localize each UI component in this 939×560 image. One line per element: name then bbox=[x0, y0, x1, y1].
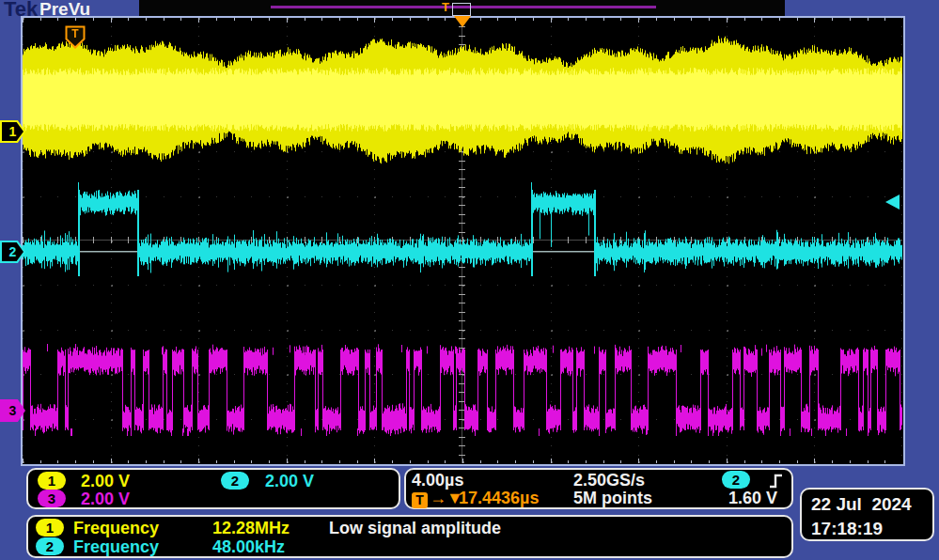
ch2-badge[interactable]: 2 bbox=[221, 472, 249, 490]
ch2-scale: 2.00 V bbox=[265, 472, 314, 490]
channel3-position-marker[interactable]: 3 bbox=[0, 399, 25, 422]
horizontal-trigger-readout-box[interactable]: 4.00µs 2.50GS/s 2 T →▼ 17.4436µs 5M poin… bbox=[404, 468, 793, 509]
measurements-box[interactable]: 1 Frequency 12.28MHz Low signal amplitud… bbox=[26, 515, 793, 558]
time-readout: 17:18:19 bbox=[811, 517, 932, 541]
timebase-readout: 4.00µs bbox=[412, 471, 463, 490]
ch1-scale: 2.00 V bbox=[81, 472, 130, 490]
meas2-name: Frequency bbox=[73, 537, 159, 556]
trigger-delay-readout: 17.4436µs bbox=[459, 489, 539, 507]
date-readout: 22 Jul 2024 bbox=[811, 492, 932, 517]
expansion-point-icon bbox=[453, 16, 472, 28]
meas2-badge[interactable]: 2 bbox=[36, 537, 64, 555]
svg-text:T: T bbox=[71, 27, 79, 40]
trigger-delay-t-icon: T bbox=[412, 492, 428, 508]
trigger-t-flag-icon[interactable]: T bbox=[65, 25, 86, 49]
channel2-position-marker[interactable]: 2 bbox=[0, 241, 25, 263]
datetime-box: 22 Jul 2024 17:18:19 bbox=[800, 488, 934, 541]
ch3-badge[interactable]: 3 bbox=[38, 490, 66, 507]
meas1-value: 12.28MHz bbox=[212, 519, 290, 537]
meas2-value: 48.00kHz bbox=[212, 537, 285, 556]
meas1-warning: Low signal amplitude bbox=[329, 519, 501, 537]
channel-scale-readout-box[interactable]: 1 2.00 V 2 2.00 V 3 2.00 V bbox=[26, 468, 400, 509]
record-trigger-t-icon: T bbox=[442, 0, 449, 14]
oscilloscope-screen: Tek PreVu T T 1 2 3 1 2.00 V 2 2.00 V bbox=[0, 0, 939, 560]
meas1-badge[interactable]: 1 bbox=[36, 519, 64, 537]
channel1-position-marker[interactable]: 1 bbox=[0, 120, 25, 143]
trigger-level-readout: 1.60 V bbox=[728, 489, 777, 507]
trigger-level-arrow-icon[interactable] bbox=[885, 194, 900, 210]
waveform-canvas bbox=[23, 18, 902, 463]
trigger-slope-icon bbox=[767, 472, 786, 490]
record-length-readout: 5M points bbox=[573, 489, 652, 507]
ch3-scale: 2.00 V bbox=[81, 490, 130, 508]
trigger-source-badge[interactable]: 2 bbox=[722, 471, 750, 489]
sample-rate-readout: 2.50GS/s bbox=[573, 471, 645, 490]
ch1-badge[interactable]: 1 bbox=[38, 472, 66, 490]
meas1-name: Frequency bbox=[73, 519, 159, 537]
record-window-bracket-icon bbox=[452, 3, 471, 16]
